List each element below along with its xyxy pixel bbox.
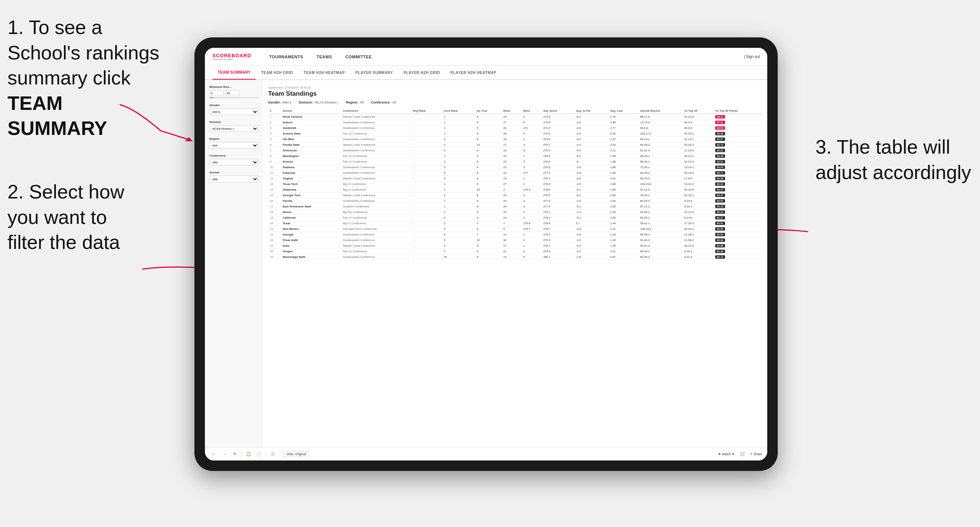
cell-conf: Atlantic Coast Conference [341, 176, 411, 181]
cell-rr: - [411, 142, 442, 148]
toolbar-copy-btn[interactable]: 📋 [245, 450, 252, 458]
cell-wins: 1 [521, 153, 541, 159]
table-row[interactable]: 4 Arizona State Pac-12 Conference - 1 9 … [268, 131, 762, 137]
cell-wins: 3 [521, 165, 541, 170]
table-row[interactable]: 25 Oregon Pac-12 Conference - 7 9 21 2 2… [268, 249, 762, 254]
table-row[interactable]: 22 Georgia Southeastern Conference - 8 7… [268, 232, 762, 237]
cell-rnds: 23 [501, 159, 521, 165]
filter-min-rounds-input1[interactable] [209, 90, 224, 96]
cell-rank: 21 [268, 226, 281, 232]
table-row[interactable]: 24 Duke Atlantic Coast Conference - 5 9 … [268, 243, 762, 249]
table-row[interactable]: 5 Ole Miss Southeastern Conference - 3 6… [268, 137, 762, 142]
sign-out-label[interactable]: Sign out [746, 55, 760, 59]
cell-nt: 8 [475, 170, 501, 176]
tab-player-h2h-grid[interactable]: PLAYER H2H GRID [398, 65, 445, 79]
table-row[interactable]: 19 California Pac-12 Conference - 4 8 24… [268, 215, 762, 221]
cell-wins: 2 [521, 215, 541, 221]
cell-score: 274.8 [541, 137, 574, 142]
table-row[interactable]: 11 Arkansas Southeastern Conference - 6 … [268, 170, 762, 176]
table-row[interactable]: 17 East Tennessee State Southern Confere… [268, 204, 762, 209]
table-row[interactable]: 10 Alabama Southeastern Conference - 5 8… [268, 165, 762, 170]
cell-rank: 4 [268, 131, 281, 137]
cell-rnds: 23 [501, 114, 521, 120]
table-row[interactable]: 9 Arizona Pac-12 Conference - 2 8 23 4 2… [268, 159, 762, 165]
filter-division-select[interactable]: NCAA Division I NCAA Division II NCAA Di… [209, 125, 258, 132]
cell-vs25: 18-23-0 [682, 243, 713, 249]
table-conference-filter: Conference: All [371, 100, 396, 104]
filter-gender: Gender Men's Women's [209, 103, 258, 115]
filter-gender-select[interactable]: Men's Women's [209, 108, 258, 115]
table-row[interactable]: 2 Auburn Southeastern Conference - 1 9 2… [268, 120, 762, 125]
filter-min-rounds-inputs [209, 90, 258, 96]
col-rank: # [268, 108, 281, 114]
tab-player-summary[interactable]: PLAYER SUMMARY [350, 65, 398, 79]
table-row[interactable]: 26 Mississippi State Southeastern Confer… [268, 254, 762, 260]
cell-school: Texas A&M [281, 237, 341, 243]
cell-rr: - [411, 187, 442, 192]
table-row[interactable]: 16 Florida Southeastern Conference - 7 9… [268, 198, 762, 204]
cell-avg-par: 1.28 [608, 232, 638, 237]
table-row[interactable]: 21 New Mexico Mountain West Conference -… [268, 226, 762, 232]
cell-rnds: 7 [501, 221, 521, 226]
table-row[interactable]: 14 Oklahoma Big 12 Conference - 2 24 2 2… [268, 187, 762, 192]
table-row[interactable]: 3 Vanderbilt Southeastern Conference - 2… [268, 125, 762, 131]
nav-sign-out[interactable]: | Sign out [744, 55, 760, 59]
cell-vs25: 9-19-1 [682, 249, 713, 254]
cell-nt: 24 [475, 187, 501, 192]
table-row[interactable]: 1 North Carolina Atlantic Coast Conferen… [268, 114, 762, 120]
cell-score: 276.9 [541, 165, 574, 170]
table-row[interactable]: 8 Washington Pac-12 Conference - 2 8 23 … [268, 153, 762, 159]
cell-score: 277.0 [541, 170, 574, 176]
cell-wins: 0 [521, 254, 541, 260]
bottom-toolbar: ← → ↻ 📋 📄 ⏲ View: Original 👁 Watch ▼ ⬜ ↗ [205, 447, 767, 460]
toolbar-watch-btn[interactable]: 👁 Watch ▼ [718, 452, 735, 456]
cell-conf: Big 12 Conference [341, 221, 411, 226]
filter-conference-select[interactable]: (All) [209, 159, 258, 165]
toolbar-view-original[interactable]: View: Original [283, 451, 309, 457]
cell-rank: 16 [268, 198, 281, 204]
filter-min-rounds-slider[interactable] [209, 97, 258, 98]
col-adj-score: Adj. Score [541, 108, 574, 114]
cell-rnds: 21 [501, 249, 521, 254]
cell-rr: - [411, 159, 442, 165]
tab-team-h2h-heatmap[interactable]: TEAM H2H HEATMAP [298, 65, 350, 79]
toolbar-refresh-btn[interactable]: ↻ [231, 450, 239, 458]
table-row[interactable]: 7 Tennessee Southeastern Conference - 4 … [268, 148, 762, 153]
cell-rnds: 5 [501, 226, 521, 232]
tab-team-summary[interactable]: TEAM SUMMARY [212, 65, 256, 79]
nav-committee[interactable]: COMMITTEE [339, 48, 379, 66]
cell-vs25: 11-28-1 [682, 232, 713, 237]
filter-school-select[interactable]: (All) [209, 176, 258, 183]
toolbar-fwd-btn[interactable]: → [221, 450, 228, 458]
cell-pts: 80.71 [713, 170, 762, 176]
toolbar-share-btn[interactable]: ↗ Share [750, 452, 762, 456]
tab-team-h2h-grid[interactable]: TEAM H2H GRID [256, 65, 298, 79]
table-row[interactable]: 6 Florida State Atlantic Coast Conferenc… [268, 142, 762, 148]
toolbar-clock-btn[interactable]: ⏲ [269, 450, 277, 458]
table-row[interactable]: 20 Texas Big 12 Conference - 3 7 7 278.8… [268, 221, 762, 226]
filter-region-select[interactable]: N/A East West Central [209, 142, 258, 149]
cell-rnds: 24 [501, 198, 521, 204]
col-avg-par: Avg. to Par [574, 108, 608, 114]
table-row[interactable]: 13 Texas Tech Big 12 Conference - 1 9 27… [268, 181, 762, 187]
filter-school: School (All) [209, 171, 258, 183]
cell-conf: Atlantic Coast Conference [341, 243, 411, 249]
cell-rank: 14 [268, 187, 281, 192]
cell-school: Ole Miss [281, 137, 341, 142]
cell-cr: 7 [442, 249, 475, 254]
cell-avg-par: 1.55 [608, 204, 638, 209]
table-row[interactable]: 23 Texas A&M Southeastern Conference - 9… [268, 237, 762, 243]
nav-teams[interactable]: TEAMS [310, 48, 339, 66]
cell-avg-par: 2.52 [608, 131, 638, 137]
nav-tournaments[interactable]: TOURNAMENTS [262, 48, 310, 66]
table-row[interactable]: 15 Georgia Tech Atlantic Coast Conferenc… [268, 192, 762, 198]
toolbar-back-btn[interactable]: ← [210, 450, 218, 458]
table-row[interactable]: 18 Illinois Big Ten Conference - 1 9 23 … [268, 209, 762, 215]
cell-avg-par: 2.88 [608, 120, 638, 125]
toolbar-paste-btn[interactable]: 📄 [255, 450, 263, 458]
table-row[interactable]: 12 Virginia Atlantic Coast Conference - … [268, 176, 762, 181]
tab-player-h2h-heatmap[interactable]: PLAYER H2H HEATMAP [445, 65, 502, 79]
filter-min-rounds-input2[interactable] [225, 90, 239, 96]
toolbar-expand-btn[interactable]: ⬜ [738, 450, 746, 458]
cell-adj: -5.0 [574, 137, 608, 142]
